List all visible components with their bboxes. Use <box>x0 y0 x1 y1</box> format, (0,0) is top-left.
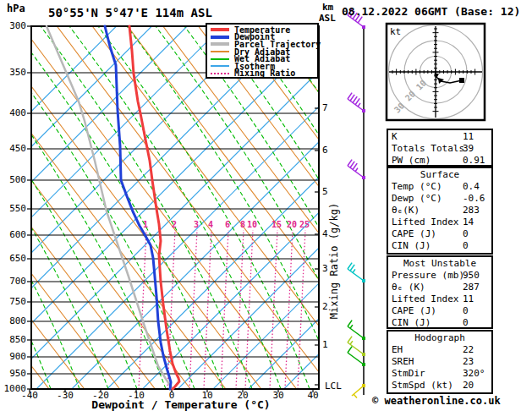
stats-label: StmSpd (kt) <box>392 380 453 391</box>
stats-row: Lifted Index11 <box>388 293 491 305</box>
stats-table: Most UnstablePressure (mb)950θₑ (K)287Li… <box>387 255 493 329</box>
stats-value: 950 <box>463 270 480 281</box>
mixing-ratio-label: 6 <box>222 221 233 229</box>
stats-row: CAPE (J)0 <box>388 228 491 240</box>
temperature-tick-label: 40 <box>298 391 328 400</box>
legend-line-sample <box>211 28 229 31</box>
stats-value: 11 <box>463 293 474 304</box>
stats-row: Totals Totals39 <box>388 143 491 155</box>
stats-row: CIN (J)0 <box>388 317 491 329</box>
mixing-ratio-label: 4 <box>206 221 216 229</box>
stats-value: 0.4 <box>463 181 480 192</box>
stats-row: PW (cm)0.91 <box>388 155 491 167</box>
stats-label: EH <box>392 344 403 355</box>
asl-unit-label: ASL <box>319 13 336 24</box>
stats-row: StmDir320° <box>388 368 491 380</box>
stats-value: 0 <box>463 317 469 328</box>
km-tick-label: 1 <box>322 340 328 349</box>
legend-line-sample <box>211 42 229 46</box>
mixing-ratio-label: 25 <box>299 221 310 229</box>
stats-table-header: Most Unstable <box>388 258 491 270</box>
km-tick-label: 7 <box>322 103 328 112</box>
stats-value: 39 <box>463 143 474 154</box>
pressure-tick-label: 450 <box>2 144 26 153</box>
stats-value: 14 <box>463 216 474 227</box>
legend-item: Mixing Ratio <box>211 70 317 78</box>
stats-value: 0.91 <box>463 155 485 166</box>
pressure-tick-label: 750 <box>2 297 26 306</box>
mixing-ratio-label: 20 <box>287 221 297 229</box>
stats-table: SurfaceTemp (°C)0.4Dewp (°C)-0.6θₑ(K)283… <box>387 167 493 255</box>
mixing-ratio-label: 3 <box>191 221 201 229</box>
stats-table: HodographEH22SREH23StmDir320°StmSpd (kt)… <box>387 330 493 394</box>
legend: TemperatureDewpointParcel TrajectoryDry … <box>206 23 319 79</box>
sounding-app: hPa 50°55'N 5°47'E 114m ASL km ASL 08.12… <box>0 0 532 411</box>
pressure-tick-label: 350 <box>2 68 26 77</box>
stats-row: θₑ(K)283 <box>388 205 491 216</box>
stats-label: θₑ(K) <box>392 205 420 216</box>
mixing-ratio-label: 10 <box>247 221 257 229</box>
stats-value: 20 <box>463 380 474 391</box>
legend-line-sample <box>211 58 229 60</box>
stats-label: K <box>392 131 398 142</box>
stats-label: CAPE (J) <box>392 228 436 239</box>
km-tick-label: 4 <box>322 229 328 238</box>
stats-value: 283 <box>463 205 480 216</box>
pressure-tick-label: 950 <box>2 369 26 378</box>
mixing-ratio-label: 15 <box>271 221 282 229</box>
stats-label: CAPE (J) <box>392 305 436 316</box>
mixing-ratio-axis-title: Mixing Ratio (g/kg) <box>328 187 340 335</box>
stats-value: 0 <box>463 240 469 251</box>
legend-line-sample <box>211 73 229 74</box>
pressure-tick-label: 850 <box>2 335 26 344</box>
stats-value: 0 <box>463 305 469 316</box>
pressure-tick-label: 900 <box>2 352 26 361</box>
stats-row: Pressure (mb)950 <box>388 270 491 282</box>
km-tick-label: 3 <box>322 264 328 273</box>
km-tick-label: 5 <box>322 187 328 196</box>
stats-value: 0 <box>463 228 469 239</box>
km-tick-label: 2 <box>322 302 328 311</box>
stats-value: 287 <box>463 282 480 293</box>
stats-row: θₑ (K)287 <box>388 282 491 293</box>
stats-row: StmSpd (kt)20 <box>388 380 491 392</box>
stats-label: Pressure (mb) <box>392 270 464 281</box>
pressure-tick-label: 500 <box>2 175 26 184</box>
stats-table: K11Totals Totals39PW (cm)0.91 <box>387 129 493 167</box>
copyright: © weatheronline.co.uk <box>372 395 501 407</box>
pressure-tick-label: 700 <box>2 277 26 286</box>
stats-label: Dewp (°C) <box>392 193 442 204</box>
pressure-unit-label: hPa <box>7 3 25 14</box>
stats-label: SREH <box>392 356 414 367</box>
stats-value: -0.6 <box>463 193 485 204</box>
pressure-tick-label: 300 <box>2 21 26 30</box>
datetime-label: 08.12.2022 06GMT (Base: 12) <box>342 5 520 18</box>
chart-title: 50°55'N 5°47'E 114m ASL <box>48 6 212 19</box>
legend-item-label: Mixing Ratio <box>234 69 295 77</box>
stats-row: EH22 <box>388 344 491 356</box>
stats-label: θₑ (K) <box>392 282 425 293</box>
stats-label: PW (cm) <box>392 155 431 166</box>
stats-label: Lifted Index <box>392 293 458 304</box>
stats-row: Temp (°C)0.4 <box>388 181 491 193</box>
mixing-ratio-label: 1 <box>140 221 151 229</box>
stats-row: CAPE (J)0 <box>388 305 491 317</box>
stats-label: CIN (J) <box>392 317 431 328</box>
legend-line-sample <box>211 36 229 39</box>
stats-value: 23 <box>463 356 474 367</box>
lcl-label: LCL <box>325 381 342 392</box>
stats-value: 320° <box>463 368 485 379</box>
km-unit-label: km <box>322 2 333 13</box>
hodograph-kt-label: kt <box>390 26 401 37</box>
stats-label: StmDir <box>392 368 425 379</box>
pressure-tick-label: 600 <box>2 230 26 239</box>
stats-label: CIN (J) <box>392 240 431 251</box>
km-tick-label: 6 <box>322 145 328 155</box>
stats-table-header: Surface <box>388 169 491 181</box>
x-axis-title: Dewpoint / Temperature (°C) <box>71 398 291 411</box>
pressure-tick-label: 800 <box>2 316 26 326</box>
stats-label: Temp (°C) <box>392 181 442 192</box>
stats-value: 11 <box>463 131 474 142</box>
mixing-ratio-label: 2 <box>169 221 179 229</box>
stats-label: Lifted Index <box>392 216 458 227</box>
